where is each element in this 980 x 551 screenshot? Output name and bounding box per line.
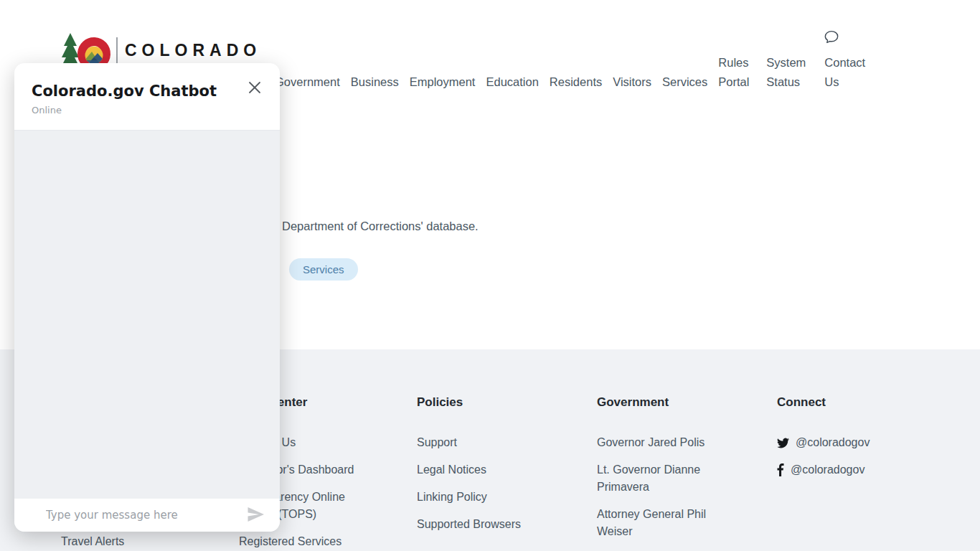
footer-link-twitter[interactable]: @coloradogov [777, 434, 920, 451]
footer-heading-government: Government [597, 394, 722, 411]
footer-link-support[interactable]: Support [417, 436, 457, 448]
nav-item-education[interactable]: Education [486, 72, 538, 92]
chatbot-send-button[interactable] [245, 504, 267, 527]
chatbot-header: Colorado.gov Chatbot Online [14, 63, 280, 131]
chatbot-panel: Colorado.gov Chatbot Online [14, 63, 280, 532]
primary-navigation: Government Business Employment Education… [275, 29, 876, 92]
chatbot-message-input[interactable] [46, 509, 245, 522]
footer-link-attorney-general-phil-weiser[interactable]: Attorney General Phil Weiser [597, 508, 706, 537]
nav-item-contact-us-label: Contact Us [824, 56, 865, 88]
nav-item-rules-portal[interactable]: Rules Portal [718, 53, 755, 92]
close-icon [248, 80, 262, 95]
footer-heading-policies: Policies [417, 394, 542, 411]
send-arrow-icon [246, 506, 265, 523]
nav-item-contact-us[interactable]: Contact Us [824, 30, 876, 92]
footer-link-facebook-handle: @coloradogov [791, 461, 864, 479]
services-tag-chip[interactable]: Services [289, 258, 358, 281]
nav-item-business[interactable]: Business [351, 72, 399, 92]
footer-link-registered-services[interactable]: Registered Services [239, 535, 341, 547]
nav-item-visitors[interactable]: Visitors [613, 72, 651, 92]
nav-item-employment[interactable]: Employment [410, 72, 476, 92]
footer-link-facebook[interactable]: @coloradogov [777, 461, 920, 479]
logo-divider [116, 37, 118, 65]
footer-link-twitter-handle: @coloradogov [796, 434, 870, 451]
nav-item-residents[interactable]: Residents [550, 72, 602, 92]
footer-link-supported-browsers[interactable]: Supported Browsers [417, 518, 521, 530]
nav-item-system-status[interactable]: System Status [766, 53, 814, 92]
chatbot-close-button[interactable] [245, 78, 264, 97]
chat-bubble-icon [824, 30, 876, 50]
chatbot-title: Colorado.gov Chatbot [32, 82, 263, 100]
footer-column-policies: Policies Support Legal Notices Linking P… [417, 394, 542, 543]
footer-link-linking-policy[interactable]: Linking Policy [417, 491, 487, 503]
footer-heading-connect: Connect [777, 394, 920, 411]
nav-item-services[interactable]: Services [662, 72, 707, 92]
facebook-icon [777, 463, 784, 476]
chatbot-status: Online [32, 105, 263, 116]
footer-column-government: Government Governor Jared Polis Lt. Gove… [597, 394, 722, 550]
brand-wordmark: COLORADO [125, 41, 261, 60]
nav-item-government[interactable]: Government [275, 72, 340, 92]
footer-link-governor-jared-polis[interactable]: Governor Jared Polis [597, 436, 705, 448]
chatbot-message-area [14, 131, 280, 499]
footer-link-lt-governor-dianne-primavera[interactable]: Lt. Governor Dianne Primavera [597, 463, 700, 493]
footer-link-legal-notices[interactable]: Legal Notices [417, 463, 486, 476]
footer-link-travel-alerts[interactable]: Travel Alerts [61, 533, 124, 550]
chatbot-input-bar [14, 499, 280, 532]
service-description-text: Department of Corrections' database. [282, 217, 479, 235]
page: COLORADO Government Business Employment … [0, 0, 980, 551]
footer-column-connect: Connect @coloradogov @color [777, 394, 920, 489]
twitter-icon [777, 437, 789, 449]
